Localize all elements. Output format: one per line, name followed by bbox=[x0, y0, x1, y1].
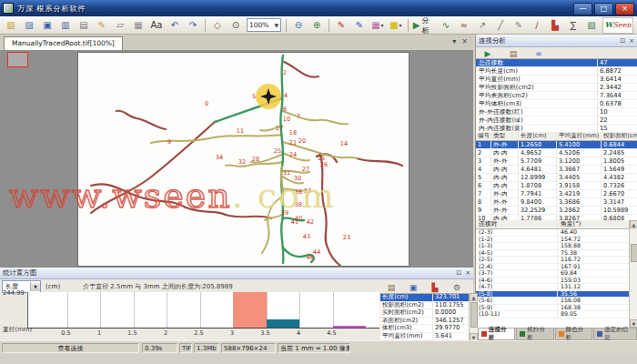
toolbar-save-as-icon[interactable]: ▥ bbox=[57, 17, 74, 34]
histogram-chart-icon[interactable]: ▙ bbox=[427, 281, 443, 294]
toolbar-palette-icon[interactable]: ▦▾ bbox=[369, 17, 386, 34]
tab-颜色分析[interactable]: 颜色分析 bbox=[555, 329, 592, 340]
toolbar-chart-icon[interactable]: ▙ bbox=[547, 17, 563, 34]
toolbar-trace-tool-icon[interactable]: ≈ bbox=[456, 17, 472, 34]
column-header[interactable]: 投影面积(cm2) bbox=[602, 132, 637, 140]
histogram-bar[interactable] bbox=[267, 319, 300, 328]
toolbar-picture-icon[interactable]: ▧ bbox=[583, 17, 600, 34]
angle-row[interactable]: (4-6)159.03 bbox=[476, 278, 637, 285]
summary-row[interactable]: 总连接数47 bbox=[476, 59, 637, 67]
toolbar-zoom-in-icon[interactable]: ⊕ bbox=[308, 17, 325, 34]
histogram-save-icon[interactable]: ▣ bbox=[405, 281, 421, 294]
toolbar-curve-tool-icon[interactable]: ↗ bbox=[474, 17, 490, 34]
toolbar-undo-icon[interactable]: ↶ bbox=[167, 17, 183, 34]
histogram-settings-gear-icon[interactable]: ⚙ bbox=[449, 281, 465, 294]
toolbar-lens-icon[interactable]: ⊙ bbox=[228, 17, 244, 34]
toolbar-analyze-button[interactable]: ▶分析 bbox=[412, 17, 436, 34]
angle-row[interactable]: (1-3)158.88 bbox=[476, 243, 637, 250]
toolbar-redo-icon[interactable]: ↷ bbox=[185, 17, 201, 34]
segment-row[interactable]: 8外-外9.84003.36863.3147 bbox=[476, 198, 637, 207]
histogram-plot[interactable] bbox=[27, 292, 379, 329]
summary-row[interactable]: 平均投影面积(cm2)2.3442 bbox=[476, 84, 637, 92]
angle-row[interactable]: (5-6)156.08 bbox=[476, 298, 637, 305]
panel-close-icon[interactable]: × bbox=[465, 269, 470, 277]
column-header[interactable]: 长度(cm) bbox=[519, 132, 557, 140]
segment-row[interactable]: 4内-内4.64813.36671.5649 bbox=[476, 166, 637, 174]
column-header[interactable]: 编号 bbox=[476, 132, 491, 140]
summary-row[interactable]: 外-内连接数(绿)22 bbox=[476, 116, 637, 125]
segment-row[interactable]: 6内-内1.87083.91580.7326 bbox=[476, 182, 637, 190]
tab-选定的信息[interactable]: 选定的信息 bbox=[593, 329, 637, 340]
segment-row[interactable]: 7外-内7.79413.42192.6670 bbox=[476, 190, 637, 198]
angles-vscrollbar[interactable]: ▲▼ bbox=[629, 220, 637, 328]
stat-row[interactable]: 体积(cm3)29.9770 bbox=[380, 325, 469, 333]
angle-row[interactable]: (5-9)168.38 bbox=[476, 305, 637, 312]
toolbar-print-icon[interactable]: ▤ bbox=[76, 17, 92, 34]
maximize-button[interactable]: □ bbox=[594, 3, 613, 15]
scroll-thumb[interactable] bbox=[631, 244, 637, 262]
summary-row[interactable]: 平均体积(cm3)0.6378 bbox=[476, 100, 637, 108]
zoom-level-combo[interactable]: 100%▼ bbox=[247, 18, 281, 32]
segment-row[interactable]: 5内-内12.89993.44054.4382 bbox=[476, 174, 637, 182]
segment-row[interactable]: 2内-内4.96524.52062.2485 bbox=[476, 149, 637, 157]
toolbar-pencil-icon[interactable]: ✎ bbox=[94, 17, 110, 34]
column-header[interactable]: 类型 bbox=[491, 132, 519, 140]
toolbar-open-image-icon[interactable]: ▧ bbox=[3, 17, 19, 34]
segment-row[interactable]: 1外-外1.26505.41000.6844 bbox=[476, 141, 637, 149]
segment-row[interactable]: 9外-外32.25293.286210.5989 bbox=[476, 207, 637, 215]
document-tab[interactable]: ManuallyTracedRoot.tif[100%] bbox=[4, 36, 123, 50]
angle-row[interactable]: (2-5)116.72 bbox=[476, 257, 637, 264]
toolbar-marker-icon[interactable]: ■▾ bbox=[388, 17, 404, 34]
toolbar-open-folder-icon[interactable]: ▨ bbox=[21, 17, 37, 34]
tab-拓扑分析[interactable]: 拓扑分析 bbox=[516, 329, 553, 340]
summary-row[interactable]: 平均表面积(cm2)7.3644 bbox=[476, 92, 637, 100]
stat-row[interactable]: 平均直径(mm)3.641 bbox=[380, 333, 469, 341]
toolbar-edit-node-icon[interactable]: ✎ bbox=[511, 17, 527, 34]
panel-close-icon[interactable]: × bbox=[629, 37, 634, 45]
angle-row[interactable]: (2-4)167.91 bbox=[476, 264, 637, 271]
toolbar-connect-tool-icon[interactable]: ∿ bbox=[438, 17, 454, 34]
column-header[interactable]: 连接对 bbox=[476, 220, 558, 228]
angle-row[interactable]: (10-11)89.05 bbox=[476, 311, 637, 318]
column-header[interactable]: 平均直径(mm) bbox=[557, 132, 602, 140]
image-canvas[interactable]: 2450671017111892021142524341528322627313… bbox=[77, 52, 410, 267]
toolbar-export-icon[interactable]: ▱ bbox=[112, 17, 128, 34]
angle-row[interactable]: (1-2)154.72 bbox=[476, 237, 637, 244]
segment-cell: 外-外 bbox=[491, 207, 519, 214]
ministats-scrollbar[interactable]: ▲▼ bbox=[469, 293, 478, 341]
navigator-box[interactable] bbox=[7, 52, 28, 67]
toolbar-copy-icon[interactable]: ▦ bbox=[130, 17, 147, 34]
histogram-bar[interactable] bbox=[333, 326, 367, 328]
column-header[interactable]: 角度(°) bbox=[558, 220, 629, 228]
pin-icon[interactable]: ⊡ bbox=[620, 37, 625, 45]
tab-连接分析[interactable]: 连接分析 bbox=[478, 329, 515, 340]
scroll-thumb[interactable] bbox=[470, 302, 478, 328]
histogram-bar-highlighted[interactable] bbox=[233, 292, 267, 328]
scroll-up-icon[interactable]: ▲ bbox=[630, 220, 637, 228]
angle-row[interactable]: (4-5)75.38 bbox=[476, 250, 637, 258]
document-well-menu-icon[interactable]: ▾ bbox=[452, 37, 456, 46]
summary-row[interactable]: 外-外连接数(红)10 bbox=[476, 108, 637, 116]
toolbar-line-tool-icon[interactable]: ╱ bbox=[492, 17, 509, 34]
angle-row[interactable]: (5-8)35.56 bbox=[476, 291, 637, 298]
angle-row[interactable]: (3-7)69.84 bbox=[476, 270, 637, 278]
summary-row[interactable]: 平均直径(mm)3.6414 bbox=[476, 76, 637, 84]
summary-row[interactable]: 平均长度(cm)6.8872 bbox=[476, 67, 637, 76]
angle-row[interactable]: (2-3)46.40 bbox=[476, 229, 637, 237]
toolbar-pan-tool-icon[interactable]: ◇ bbox=[209, 17, 226, 34]
toolbar-slash-tool-icon[interactable]: ∕ bbox=[529, 17, 545, 34]
toolbar-text-tool-icon[interactable]: Aa bbox=[148, 17, 165, 34]
angle-row[interactable]: (4-7)131.12 bbox=[476, 284, 637, 291]
close-button[interactable]: × bbox=[615, 3, 634, 15]
segment-row[interactable]: 3外-外5.77093.12001.8005 bbox=[476, 157, 637, 166]
toolbar-save-icon[interactable]: ▣ bbox=[39, 17, 56, 34]
toolbar-draw-blue-icon[interactable]: ✎ bbox=[351, 17, 368, 34]
histogram-report-icon[interactable]: ▤ bbox=[383, 281, 399, 294]
toolbar-stats-icon[interactable]: ∑ bbox=[565, 17, 581, 34]
pin-icon[interactable]: ⊡ bbox=[456, 269, 461, 277]
document-well-close-icon[interactable]: × bbox=[461, 37, 468, 46]
scroll-up-icon[interactable]: ▲ bbox=[470, 293, 478, 301]
minimize-button[interactable]: — bbox=[573, 3, 592, 15]
toolbar-draw-red-icon[interactable]: ✎ bbox=[333, 17, 349, 34]
toolbar-zoom-out-icon[interactable]: ⊖ bbox=[290, 17, 307, 34]
